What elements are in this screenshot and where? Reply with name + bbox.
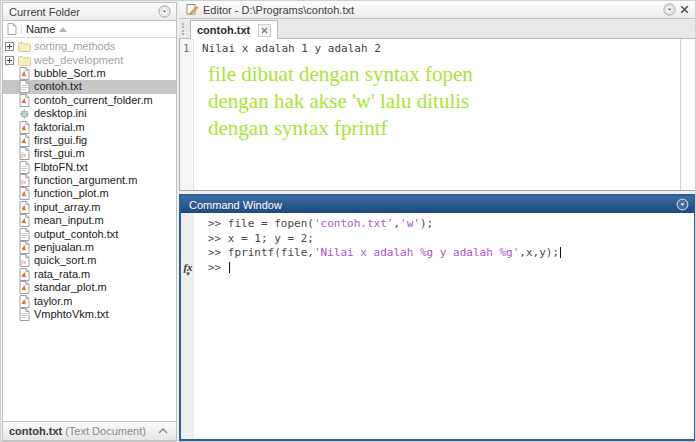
file-name: first_gui.fig xyxy=(32,134,87,147)
file-name: taylor.m xyxy=(32,295,73,308)
m-function-icon: fx xyxy=(16,174,32,187)
folder-icon xyxy=(16,55,32,66)
code-text: >> file = fopen( xyxy=(208,217,314,230)
file-row-function_argument.m[interactable]: fxfunction_argument.m xyxy=(3,174,176,187)
file-row-input_array.m[interactable]: input_array.m xyxy=(3,201,176,214)
m-file-icon xyxy=(16,295,32,308)
text-file-icon xyxy=(16,308,32,321)
file-row-contoh_current_folder.m[interactable]: contoh_current_folder.m xyxy=(3,94,176,107)
document-icon xyxy=(7,23,17,35)
command-window-panel: Command Window >> file = fopen('contoh.t… xyxy=(179,194,696,441)
file-row-FlbtoFN.txt[interactable]: FlbtoFN.txt xyxy=(3,161,176,174)
m-file-icon xyxy=(16,241,32,254)
svg-text:fx: fx xyxy=(21,152,27,160)
column-divider xyxy=(21,23,22,35)
text-file-icon xyxy=(16,228,32,241)
file-list-column-header[interactable]: Name xyxy=(3,21,176,38)
file-row-function_plot.m[interactable]: function_plot.m xyxy=(3,187,176,200)
command-window-body[interactable]: >> file = fopen('contoh.txt','w');>> x =… xyxy=(181,213,694,439)
file-name: faktorial.m xyxy=(32,121,85,134)
matlab-window: Current Folder Name sorting_methodsweb_d… xyxy=(0,0,696,442)
m-file-icon xyxy=(16,268,32,281)
command-line-2: >> x = 1; y = 2; xyxy=(194,232,694,247)
file-row-quick_sort.m[interactable]: fxquick_sort.m xyxy=(3,254,176,267)
file-row-VmphtoVkm.txt[interactable]: VmphtoVkm.txt xyxy=(3,308,176,321)
annotation-line: dengan syntax fprintf xyxy=(208,115,473,142)
drag-grip-icon[interactable] xyxy=(182,23,187,35)
file-row-contoh.txt[interactable]: contoh.txt xyxy=(3,80,176,93)
file-row-first_gui.m[interactable]: fxfirst_gui.m xyxy=(3,147,176,160)
file-name: VmphtoVkm.txt xyxy=(32,308,109,321)
tab-close-icon[interactable] xyxy=(258,24,271,37)
command-window-header: Command Window xyxy=(181,196,694,213)
code-text: >> x = 1; y = 2; xyxy=(208,232,314,245)
file-name: output_contoh.txt xyxy=(32,228,118,241)
text-file-icon xyxy=(16,80,32,93)
file-row-sorting_methods[interactable]: sorting_methods xyxy=(3,40,176,53)
panel-menu-icon[interactable] xyxy=(675,197,690,212)
line-number-gutter: 1 xyxy=(180,39,194,190)
name-column-label: Name xyxy=(26,23,55,35)
file-name: FlbtoFN.txt xyxy=(32,161,88,174)
line-number: 1 xyxy=(183,42,190,55)
file-row-mean_input.m[interactable]: mean_input.m xyxy=(3,214,176,227)
file-name: bubble_Sort.m xyxy=(32,67,106,80)
file-row-desktop.ini[interactable]: desktop.ini xyxy=(3,107,176,120)
annotation-line: file dibuat dengan syntax fopen xyxy=(208,61,473,88)
text-file-icon xyxy=(16,161,32,174)
string-literal: 'Nilai x adalah %g y adalah %g' xyxy=(314,246,519,259)
file-row-first_gui.fig[interactable]: first_gui.fig xyxy=(3,134,176,147)
file-row-output_contoh.txt[interactable]: output_contoh.txt xyxy=(3,227,176,240)
file-row-web_development[interactable]: web_development xyxy=(3,53,176,66)
m-file-icon xyxy=(16,187,32,200)
file-row-bubble_Sort.m[interactable]: bubble_Sort.m xyxy=(3,67,176,80)
status-file-name: contoh.txt xyxy=(9,425,62,437)
file-name: function_argument.m xyxy=(32,174,137,187)
editor-vertical-scrollbar[interactable] xyxy=(680,39,695,190)
text-caret xyxy=(560,247,561,258)
file-name: contoh_current_folder.m xyxy=(32,94,153,107)
file-name: contoh.txt xyxy=(32,80,82,93)
file-row-standar_plot.m[interactable]: standar_plot.m xyxy=(3,281,176,294)
editor-content[interactable]: 1 Nilai x adalah 1 y adalah 2 file dibua… xyxy=(179,39,696,191)
current-folder-panel: Current Folder Name sorting_methodsweb_d… xyxy=(2,2,177,441)
editor-tabbar: contoh.txt xyxy=(179,19,696,39)
close-icon[interactable] xyxy=(677,2,692,17)
expand-plus-icon[interactable] xyxy=(3,56,16,65)
m-file-icon xyxy=(16,201,32,214)
document-pencil-icon xyxy=(185,2,200,17)
expand-plus-icon[interactable] xyxy=(3,42,16,51)
command-lines: >> file = fopen('contoh.txt','w');>> x =… xyxy=(194,217,694,275)
panel-menu-icon[interactable] xyxy=(157,4,172,19)
sort-ascending-icon xyxy=(59,27,67,32)
fx-function-hint-icon[interactable]: fx▼ xyxy=(182,262,194,276)
file-name: desktop.ini xyxy=(32,107,87,120)
tab-label: contoh.txt xyxy=(197,24,250,36)
annotation-line: dengan hak akse 'w' lalu ditulis xyxy=(208,88,473,115)
editor-panel: Editor - D:\Programs\contoh.txt contoh.t… xyxy=(179,1,696,191)
svg-text:fx: fx xyxy=(21,178,27,186)
current-folder-title: Current Folder xyxy=(9,6,157,18)
file-row-faktorial.m[interactable]: faktorial.m xyxy=(3,120,176,133)
file-row-rata_rata.m[interactable]: rata_rata.m xyxy=(3,268,176,281)
editor-title: Editor - D:\Programs\contoh.txt xyxy=(200,4,662,16)
command-line-4[interactable]: >> xyxy=(194,261,694,276)
file-name: mean_input.m xyxy=(32,214,104,227)
file-row-penjualan.m[interactable]: penjualan.m xyxy=(3,241,176,254)
editor-text-line: Nilai x adalah 1 y adalah 2 xyxy=(202,42,381,56)
file-row-taylor.m[interactable]: taylor.m xyxy=(3,294,176,307)
text-caret xyxy=(229,262,230,273)
chevron-up-icon[interactable] xyxy=(155,424,170,439)
command-line-1: >> file = fopen('contoh.txt','w'); xyxy=(194,217,694,232)
command-line-3: >> fprintf(file,'Nilai x adalah %g y ada… xyxy=(194,246,694,261)
panel-menu-icon[interactable] xyxy=(662,2,677,17)
file-name: first_gui.m xyxy=(32,147,85,160)
current-folder-header: Current Folder xyxy=(3,3,176,21)
code-text: ); xyxy=(420,217,433,230)
code-text: >> fprintf(file, xyxy=(208,246,314,259)
string-literal: 'contoh.txt' xyxy=(314,217,393,230)
file-name: standar_plot.m xyxy=(32,281,107,294)
tab-contoh-txt[interactable]: contoh.txt xyxy=(190,20,278,39)
file-name: penjualan.m xyxy=(32,241,94,254)
m-function-icon: fx xyxy=(16,254,32,267)
